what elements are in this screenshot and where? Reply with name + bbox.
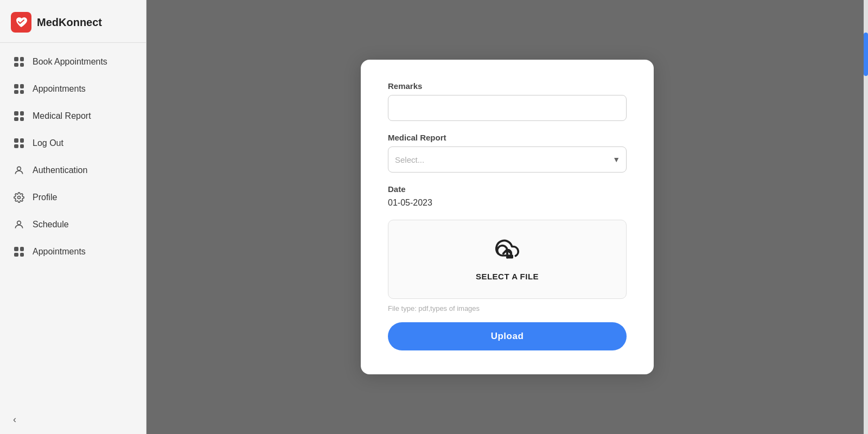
sidebar-item-authentication[interactable]: Authentication <box>0 157 146 184</box>
date-label: Date <box>388 184 627 194</box>
svg-point-1 <box>18 196 21 199</box>
logo-icon <box>11 12 31 33</box>
person-icon-schedule <box>13 219 25 231</box>
upload-modal: Remarks Medical Report Select... ▼ Date … <box>361 60 654 374</box>
date-value: 01-05-2023 <box>388 198 627 208</box>
sidebar-item-schedule[interactable]: Schedule <box>0 211 146 238</box>
grid-icon-appointments <box>13 83 25 95</box>
collapse-icon: ‹ <box>13 414 16 425</box>
upload-cloud-icon <box>495 238 519 266</box>
remarks-label: Remarks <box>388 81 627 91</box>
scrollbar-thumb <box>864 33 868 76</box>
sidebar-label-appointments2: Appointments <box>33 247 86 257</box>
sidebar-item-appointments2[interactable]: Appointments <box>0 238 146 265</box>
medical-report-label: Medical Report <box>388 133 627 142</box>
select-file-text: SELECT A FILE <box>476 272 539 281</box>
svg-point-2 <box>17 221 21 225</box>
main-content: Remarks Medical Report Select... ▼ Date … <box>146 0 868 434</box>
sidebar-item-appointments[interactable]: Appointments <box>0 75 146 103</box>
sidebar-collapse-button[interactable]: ‹ <box>0 405 146 434</box>
sidebar-label-medical-report: Medical Report <box>33 111 91 121</box>
file-type-hint: File type: pdf,types of images <box>388 304 627 312</box>
sidebar-label-appointments: Appointments <box>33 84 86 94</box>
sidebar-label-logout: Log Out <box>33 138 63 148</box>
file-upload-box[interactable]: SELECT A FILE <box>388 220 627 299</box>
sidebar-item-medical-report[interactable]: Medical Report <box>0 103 146 130</box>
upload-button[interactable]: Upload <box>388 322 627 350</box>
grid-icon-medical <box>13 110 25 122</box>
sidebar-label-authentication: Authentication <box>33 165 87 175</box>
sidebar-nav: Book Appointments Appointments Medical R… <box>0 43 146 405</box>
sidebar: MedKonnect Book Appointments Appointment… <box>0 0 146 434</box>
sidebar-label-book-appointments: Book Appointments <box>33 57 107 67</box>
date-group: Date 01-05-2023 <box>388 184 627 208</box>
grid-icon-appointments2 <box>13 246 25 258</box>
sidebar-item-profile[interactable]: Profile <box>0 184 146 211</box>
sidebar-label-schedule: Schedule <box>33 220 69 229</box>
app-name: MedKonnect <box>37 16 102 29</box>
sidebar-item-logout[interactable]: Log Out <box>0 130 146 157</box>
sidebar-label-profile: Profile <box>33 193 57 202</box>
remarks-group: Remarks <box>388 81 627 121</box>
gear-icon-profile <box>13 192 25 203</box>
remarks-input[interactable] <box>388 95 627 121</box>
app-logo: MedKonnect <box>0 0 146 43</box>
grid-icon-book <box>13 56 25 68</box>
svg-point-0 <box>17 167 21 170</box>
scrollbar[interactable] <box>864 0 868 434</box>
grid-icon-logout <box>13 137 25 149</box>
select-wrapper: Select... ▼ <box>388 146 627 173</box>
medical-report-select[interactable]: Select... <box>388 146 627 173</box>
sidebar-item-book-appointments[interactable]: Book Appointments <box>0 48 146 75</box>
medical-report-group: Medical Report Select... ▼ <box>388 133 627 173</box>
person-icon-auth <box>13 164 25 176</box>
